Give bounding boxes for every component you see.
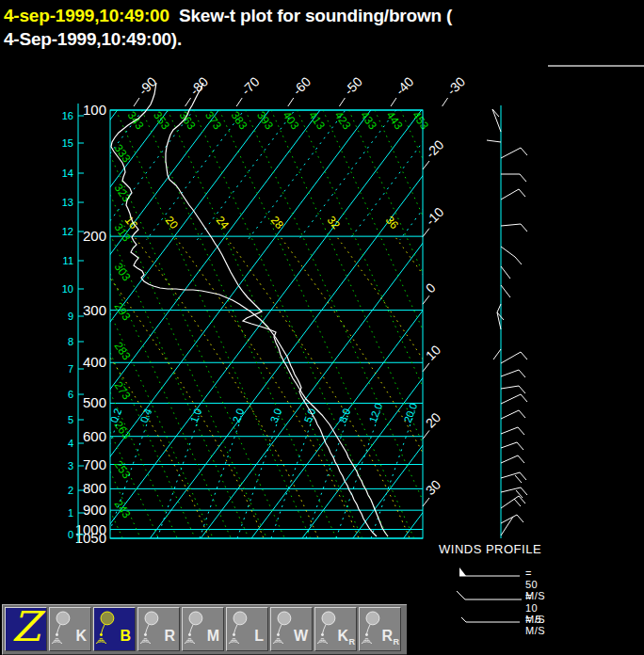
mixing-ratio-label: 0.4 <box>138 407 154 423</box>
isotherm-tick <box>423 229 429 237</box>
full-barb-icon <box>454 589 527 604</box>
pressure-tick-label: 700 <box>83 456 106 472</box>
mixing-ratio-label: 8.0 <box>337 407 353 423</box>
dry-adiabat-label: 393 <box>254 109 276 133</box>
dry-adiabat-label: 323 <box>112 182 134 205</box>
height-tick-label: 16 <box>62 110 73 121</box>
balloon-icon <box>184 610 206 647</box>
isotherm-tick <box>185 98 191 106</box>
dry-adiabat-label: 303 <box>112 261 134 284</box>
isotherm-tick <box>423 430 429 439</box>
height-tick-label: 10 <box>62 283 73 295</box>
button-subscript: R <box>349 638 356 647</box>
isotherm-tick <box>423 498 429 506</box>
height-tick-label: 5 <box>68 414 73 425</box>
dry-adiabat-label: 383 <box>229 109 250 133</box>
isotherm-tick <box>236 98 242 106</box>
height-tick-label: 15 <box>62 137 73 149</box>
moist-adiabat-label: 32 <box>325 214 344 232</box>
isotherm-tick <box>339 98 345 106</box>
isotherm-top-label: -50 <box>341 73 365 98</box>
dry-adiabat-lines <box>110 110 599 546</box>
isotherm-right-label: 20 <box>423 409 443 430</box>
toolbar: Z K B <box>2 604 407 655</box>
button-letter: L <box>254 629 264 644</box>
isotherm-tick <box>443 98 448 106</box>
pressure-tick-label: 1050 <box>75 530 106 546</box>
moist-adiabat-label: 36 <box>383 214 402 232</box>
isotherm-top-label: -30 <box>443 73 468 98</box>
pressure-tick-label: 300 <box>83 302 106 318</box>
isotherm-top-label: -60 <box>290 73 314 98</box>
toolbar-button-r[interactable]: R <box>137 607 180 651</box>
sounding-traces <box>111 83 388 536</box>
plot-frame <box>110 110 423 538</box>
height-tick-label: 6 <box>68 389 73 400</box>
moist-adiabat-label: 20 <box>163 214 182 232</box>
toolbar-button-k[interactable]: K <box>49 607 91 651</box>
balloon-icon <box>272 610 295 647</box>
toolbar-button-z[interactable]: Z <box>5 607 47 651</box>
dry-adiabat-label: 423 <box>332 109 354 133</box>
isotherm-right-label: 30 <box>423 477 443 498</box>
balloon-icon <box>139 610 162 647</box>
height-tick-label: 1 <box>68 507 73 519</box>
balloon-icon <box>51 610 73 647</box>
moist-adiabat-label: 24 <box>214 214 233 232</box>
dry-adiabat-label: 293 <box>112 300 134 324</box>
isotherm-tick <box>423 296 429 304</box>
height-tick-label: 12 <box>62 226 73 237</box>
pressure-tick-label: 400 <box>83 354 106 370</box>
toolbar-button-kr[interactable]: K R <box>314 607 357 651</box>
height-tick-label: 8 <box>68 336 73 347</box>
winds-profile-legend: WINDS PROFILE = 50 M/S = 10 M/S = 5 M/S <box>439 542 642 632</box>
dry-adiabat-label: 363 <box>177 109 199 133</box>
height-tick-label: 7 <box>68 363 73 375</box>
dry-adiabat-label: 403 <box>281 109 302 133</box>
isotherm-right-label: -20 <box>423 136 447 161</box>
toolbar-button-rr[interactable]: R R <box>359 607 401 651</box>
balloon-icon <box>316 610 339 647</box>
balloon-icon <box>228 610 250 647</box>
toolbar-button-w[interactable]: W <box>270 607 313 651</box>
app-window: 4-sep-1999,10:49:00 Skew-t plot for soun… <box>0 0 644 655</box>
half-barb-icon <box>454 612 527 627</box>
height-axis <box>78 104 84 543</box>
mixing-ratio-label: 2.0 <box>231 407 247 423</box>
height-tick-label: 9 <box>68 311 73 322</box>
z-logo-icon: Z <box>6 604 46 649</box>
isotherm-tick <box>423 363 429 372</box>
dry-adiabat-label: 443 <box>384 109 406 133</box>
pressure-tick-label: 600 <box>83 428 106 444</box>
pressure-tick-label: 500 <box>83 394 106 410</box>
button-letter: B <box>120 629 131 644</box>
pressure-tick-label: 800 <box>83 480 106 496</box>
button-letter: R <box>381 629 393 644</box>
mixing-ratio-label: 20.0 <box>402 401 420 423</box>
moist-adiabat-label: 28 <box>268 214 287 232</box>
isotherm-top-label: -70 <box>238 73 263 98</box>
height-tick-label: 14 <box>62 168 73 179</box>
button-letter: K <box>75 629 87 644</box>
toolbar-button-l[interactable]: L <box>226 607 268 651</box>
pressure-tick-label: 100 <box>83 102 106 118</box>
pressure-tick-label: 200 <box>83 228 106 244</box>
winds-profile-title: WINDS PROFILE <box>439 542 642 556</box>
flag-barb-icon <box>454 566 527 581</box>
height-tick-label: 13 <box>62 197 73 208</box>
dry-adiabat-label: 413 <box>306 109 328 133</box>
dry-adiabat-label: 433 <box>358 109 379 133</box>
isotherm-tick <box>134 98 139 106</box>
toolbar-button-m[interactable]: M <box>182 607 224 651</box>
isotherm-right-label: -10 <box>423 204 447 229</box>
height-tick-label: 11 <box>63 255 73 266</box>
button-letter: K <box>337 629 348 644</box>
isotherm-tick <box>288 98 294 106</box>
dry-adiabat-label: 283 <box>112 340 134 363</box>
temperature-trace <box>166 83 388 536</box>
height-tick-label: 2 <box>68 485 73 496</box>
height-tick-label: 0 <box>68 529 73 540</box>
dry-adiabat-label: 373 <box>202 109 224 133</box>
wind-barbs <box>487 109 527 535</box>
toolbar-button-b[interactable]: B <box>93 607 136 651</box>
